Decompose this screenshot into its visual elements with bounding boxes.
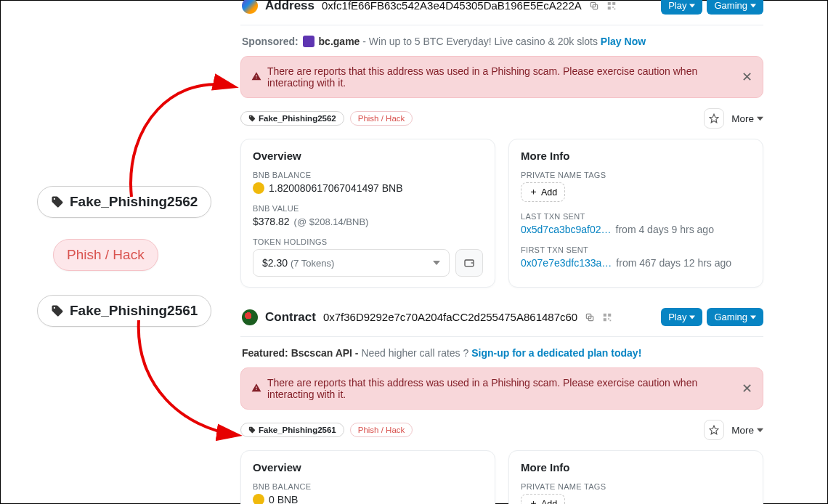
tag-fake-phishing[interactable]: Fake_Phishing2561 (240, 423, 344, 437)
sponsor-name[interactable]: bc.game (319, 36, 360, 47)
svg-rect-13 (604, 318, 606, 321)
tag-phish-hack[interactable]: Phish / Hack (350, 111, 413, 126)
gaming-button[interactable]: Gaming (707, 0, 763, 15)
alert-text: There are reports that this address was … (267, 65, 736, 89)
overview-card: Overview BNB BALANCE 1.82008061706704149… (240, 139, 495, 288)
play-button[interactable]: Play (661, 308, 702, 326)
token-holdings-label: TOKEN HOLDINGS (253, 237, 483, 246)
tag-secondary-label: Phish / Hack (358, 426, 405, 434)
featured-row: Featured: Bscscan API - Need higher call… (240, 336, 763, 367)
tags-row: Fake_Phishing2562 Phish / Hack More (240, 108, 763, 129)
contract-header: Contract 0x7f36D9292e7c70A204faCC2d25547… (240, 308, 763, 336)
bnb-balance-label: BNB BALANCE (253, 171, 483, 179)
close-icon[interactable]: ✕ (742, 69, 752, 85)
sponsored-label: Sponsored: (242, 36, 299, 47)
annotation-tag-2-label: Phish / Hack (67, 247, 145, 263)
bnb-balance-label: BNB BALANCE (253, 482, 483, 491)
blockie-icon (242, 309, 258, 325)
close-icon[interactable]: ✕ (742, 381, 752, 397)
svg-rect-14 (608, 318, 609, 320)
sponsored-row: Sponsored: bc.game - Win up to 5 BTC Eve… (240, 25, 763, 56)
moreinfo-title: More Info (521, 150, 751, 162)
tags-row: Fake_Phishing2561 Phish / Hack More (240, 420, 763, 440)
first-txn-hash[interactable]: 0x07e7e3dfc133a… (521, 257, 612, 269)
sponsor-link[interactable]: Play Now (601, 36, 646, 47)
copy-icon[interactable] (589, 1, 599, 11)
tag-icon (51, 195, 64, 208)
overview-title: Overview (253, 461, 483, 473)
chevron-down-icon (433, 259, 440, 267)
featured-link[interactable]: Sign-up for a dedicated plan today! (471, 347, 641, 359)
svg-rect-5 (612, 7, 614, 8)
overview-card: Overview BNB BALANCE 0 BNB (240, 450, 495, 504)
warning-icon (251, 71, 261, 84)
first-txn-label: FIRST TXN SENT (521, 245, 751, 254)
contract-title: Contract (265, 310, 316, 325)
tag-secondary-label: Phish / Hack (358, 114, 405, 123)
page-root: Fake_Phishing2562 Phish / Hack Fake_Phis… (0, 0, 828, 504)
add-tag-button[interactable]: ＋Add (521, 182, 565, 202)
private-name-tags-label: PRIVATE NAME TAGS (521, 171, 751, 179)
explorer-content: Address 0xfc1fE66FB63c542A3e4D45305DaB19… (240, 1, 828, 504)
svg-marker-16 (710, 426, 718, 434)
svg-rect-12 (608, 313, 611, 316)
play-button[interactable]: Play (661, 0, 702, 15)
tag-primary-label: Fake_Phishing2562 (259, 114, 336, 123)
bnb-coin-icon (253, 494, 264, 504)
bnb-value-value: $378.82 (@ $208.14/BNB) (253, 216, 483, 227)
svg-rect-11 (604, 313, 606, 316)
star-button[interactable] (704, 108, 724, 129)
tag-primary-label: Fake_Phishing2561 (259, 426, 336, 434)
contract-value: 0x7f36D9292e7c70A204faCC2d255475A861487c… (323, 311, 577, 323)
phishing-alert: There are reports that this address was … (240, 56, 763, 98)
bnb-value-label: BNB VALUE (253, 204, 483, 213)
bnb-coin-icon (253, 182, 264, 194)
featured-label: Featured: Bscscan API - (242, 347, 359, 359)
annotation-tag-1: Fake_Phishing2562 (37, 186, 211, 218)
gaming-button[interactable]: Gaming (707, 308, 763, 326)
wallet-button[interactable] (455, 249, 483, 277)
last-txn-value: 0x5d7ca3bc9af02… from 4 days 9 hrs ago (521, 224, 751, 235)
qr-icon[interactable] (606, 1, 617, 11)
tag-phish-hack[interactable]: Phish / Hack (350, 423, 413, 437)
bnb-balance-value: 1.820080617067041497 BNB (253, 182, 483, 194)
address-value: 0xfc1fE66FB63c542A3e4D45305DaB196E5EcA22… (322, 0, 582, 12)
moreinfo-card: More Info PRIVATE NAME TAGS ＋Add (508, 450, 763, 504)
panels-row: Overview BNB BALANCE 1.82008061706704149… (240, 139, 763, 288)
svg-rect-4 (608, 7, 611, 9)
qr-icon[interactable] (602, 312, 612, 322)
more-dropdown[interactable]: More (731, 113, 763, 124)
sponsor-logo-icon (303, 36, 314, 47)
moreinfo-card: More Info PRIVATE NAME TAGS ＋Add LAST TX… (508, 139, 763, 288)
sponsor-text: - Win up to 5 BTC Everyday! Live casino … (362, 36, 601, 47)
warning-icon (251, 383, 261, 395)
add-tag-button[interactable]: ＋Add (521, 494, 565, 504)
more-dropdown[interactable]: More (731, 425, 763, 436)
annotation-tag-3: Fake_Phishing2561 (37, 295, 211, 327)
first-txn-value: 0x07e7e3dfc133a… from 467 days 12 hrs ag… (521, 257, 751, 269)
address-block-2: Contract 0x7f36D9292e7c70A204faCC2d25547… (240, 308, 763, 504)
svg-rect-15 (610, 320, 612, 321)
annotation-pane: Fake_Phishing2562 Phish / Hack Fake_Phis… (1, 1, 240, 504)
featured-text: Need higher call rates ? (361, 347, 471, 359)
star-button[interactable] (704, 420, 724, 440)
copy-icon[interactable] (585, 312, 595, 322)
address-block-1: Address 0xfc1fE66FB63c542A3e4D45305DaB19… (240, 0, 763, 288)
annotation-tag-3-label: Fake_Phishing2561 (70, 303, 198, 319)
panels-row: Overview BNB BALANCE 0 BNB More Info PRI… (240, 450, 763, 504)
annotation-tag-2: Phish / Hack (53, 239, 158, 271)
overview-title: Overview (253, 150, 483, 162)
svg-marker-7 (710, 114, 718, 123)
address-title: Address (265, 0, 314, 13)
token-holdings-dropdown[interactable]: $2.30 (7 Tokens) (253, 249, 450, 277)
annotation-tag-1-label: Fake_Phishing2562 (70, 194, 198, 210)
alert-text: There are reports that this address was … (267, 377, 736, 400)
last-txn-label: LAST TXN SENT (521, 212, 751, 221)
address-header: Address 0xfc1fE66FB63c542A3e4D45305DaB19… (240, 0, 763, 25)
blockie-icon (242, 0, 258, 14)
tag-icon (248, 115, 256, 122)
phishing-alert: There are reports that this address was … (240, 367, 763, 410)
last-txn-hash[interactable]: 0x5d7ca3bc9af02… (521, 224, 612, 235)
tag-icon (248, 426, 256, 434)
tag-fake-phishing[interactable]: Fake_Phishing2562 (240, 111, 344, 126)
